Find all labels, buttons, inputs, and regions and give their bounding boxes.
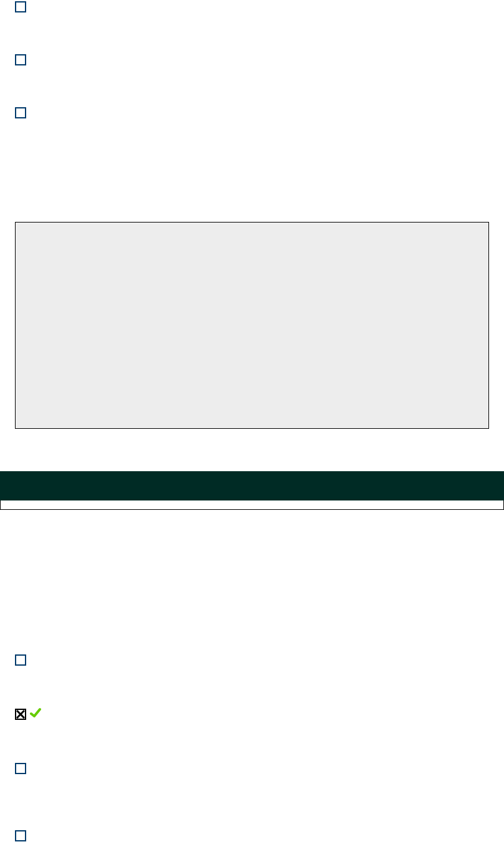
- answer-textarea[interactable]: [15, 222, 489, 429]
- page: [0, 1, 504, 841]
- checkbox-unchecked[interactable]: [15, 830, 26, 841]
- group2-row-2: [0, 707, 504, 721]
- group2-row-1: [0, 654, 504, 666]
- group1-row-1: [0, 1, 504, 12]
- section-header-bar: [0, 471, 504, 500]
- checkbox-unchecked[interactable]: [15, 763, 26, 774]
- section-header: [0, 471, 504, 510]
- checkbox-unchecked[interactable]: [15, 654, 26, 666]
- x-mark-icon: [16, 710, 25, 719]
- correct-answer-icon: [30, 707, 41, 721]
- group2-row-3: [0, 763, 504, 774]
- group1-row-2: [0, 54, 504, 65]
- group1-row-3: [0, 107, 504, 118]
- section-header-underline: [0, 500, 504, 510]
- checkbox-checked[interactable]: [15, 709, 26, 720]
- checkbox-unchecked[interactable]: [15, 1, 26, 12]
- group2-row-4: [0, 830, 504, 841]
- checkbox-unchecked[interactable]: [15, 107, 26, 118]
- checkbox-unchecked[interactable]: [15, 54, 26, 65]
